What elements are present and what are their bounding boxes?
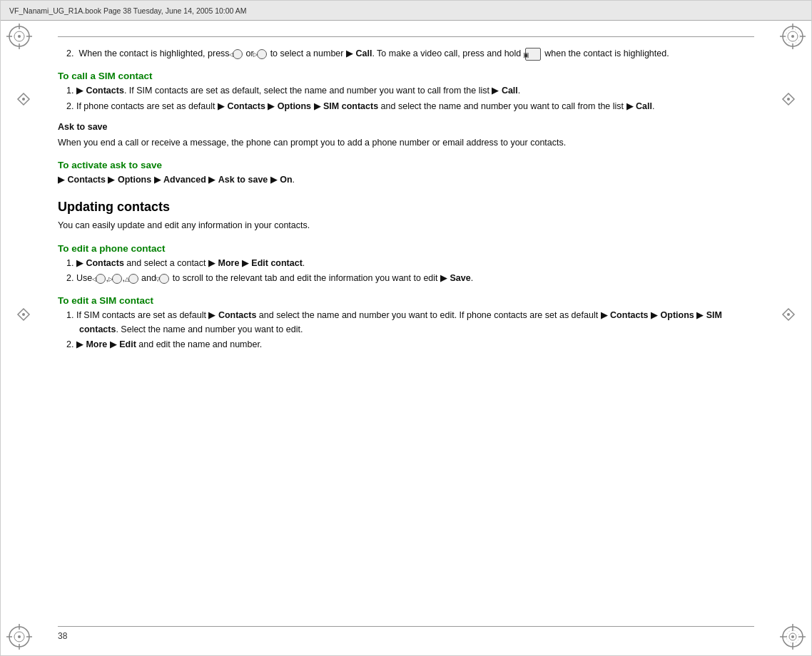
side-decoration-right-top (781, 92, 796, 106)
top-rule (58, 36, 754, 37)
corner-decoration-br (780, 624, 806, 650)
to-edit-sim-heading: To edit a SIM contact (58, 295, 754, 306)
to-activate-ask-step: ▶ Contacts ▶ Options ▶ Advanced ▶ Ask to… (58, 173, 754, 187)
to-call-sim-step2: 2. If phone contacts are set as default … (58, 100, 754, 113)
to-call-sim-step1: 1. ▶ Contacts. If SIM contacts are set a… (58, 84, 754, 98)
scroll-icon-4: ▽ (159, 274, 169, 284)
svg-point-9 (791, 35, 794, 38)
updating-contacts-block: Updating contacts You can easily update … (58, 200, 754, 232)
bottom-rule (58, 626, 754, 627)
svg-point-31 (22, 98, 25, 101)
to-edit-sim-block: To edit a SIM contact 1. If SIM contacts… (58, 295, 754, 352)
step2-number: 2. (66, 48, 76, 58)
side-decoration-left-mid (16, 307, 31, 322)
ask-to-save-heading: Ask to save (58, 121, 754, 134)
svg-point-17 (18, 635, 21, 638)
ask-to-save-body: When you end a call or receive a message… (58, 136, 754, 150)
to-activate-ask-heading: To activate ask to save (58, 160, 754, 170)
scroll-right-icon: ▷ (257, 49, 267, 59)
step2-content: When the contact is highlighted, press ◁… (78, 48, 669, 58)
content-area: 2. When the contact is highlighted, pres… (58, 36, 754, 613)
to-edit-sim-step1: 1. If SIM contacts are set as default ▶ … (58, 309, 754, 337)
svg-point-25 (791, 635, 794, 638)
header-bar: VF_Nanami_UG_R1A.book Page 38 Tuesday, J… (1, 1, 811, 21)
svg-point-35 (787, 98, 790, 101)
corner-decoration-bl (6, 624, 32, 650)
side-decoration-right-mid (781, 307, 796, 322)
ask-to-save-block: Ask to save When you end a call or recei… (58, 121, 754, 150)
to-call-sim-block: To call a SIM contact 1. ▶ Contacts. If … (58, 71, 754, 113)
svg-point-37 (787, 313, 790, 316)
svg-point-2 (18, 35, 21, 38)
scroll-icon-1: ◁ (96, 274, 106, 284)
to-edit-phone-block: To edit a phone contact 1. ▶ Contacts an… (58, 243, 754, 286)
to-activate-ask-block: To activate ask to save ▶ Contacts ▶ Opt… (58, 160, 754, 187)
header-text: VF_Nanami_UG_R1A.book Page 38 Tuesday, J… (9, 6, 247, 15)
svg-point-33 (22, 313, 25, 316)
corner-decoration-tr (780, 24, 806, 49)
video-call-icon: ▣ (525, 48, 541, 61)
scroll-icon-2: ▷ (112, 274, 122, 284)
to-edit-sim-step2: 2. ▶ More ▶ Edit and edit the name and n… (58, 338, 754, 352)
side-decoration-left-top (16, 92, 31, 106)
scroll-left-icon: ◁ (233, 49, 243, 59)
step2-call-block: 2. When the contact is highlighted, pres… (58, 47, 754, 61)
to-edit-phone-step1: 1. ▶ Contacts and select a contact ▶ Mor… (58, 257, 754, 270)
to-call-sim-heading: To call a SIM contact (58, 71, 754, 81)
updating-contacts-body: You can easily update and edit any infor… (58, 219, 754, 232)
page-number: 38 (58, 631, 67, 641)
page-container: VF_Nanami_UG_R1A.book Page 38 Tuesday, J… (0, 0, 812, 656)
to-edit-phone-heading: To edit a phone contact (58, 243, 754, 254)
to-edit-phone-step2: 2. Use ◁, ▷, △ and ▽ to scroll to the re… (58, 272, 754, 285)
step2-call-text: 2. When the contact is highlighted, pres… (58, 47, 754, 61)
updating-contacts-heading: Updating contacts (58, 200, 754, 215)
scroll-icon-3: △ (128, 274, 138, 284)
corner-decoration-tl (6, 24, 32, 49)
